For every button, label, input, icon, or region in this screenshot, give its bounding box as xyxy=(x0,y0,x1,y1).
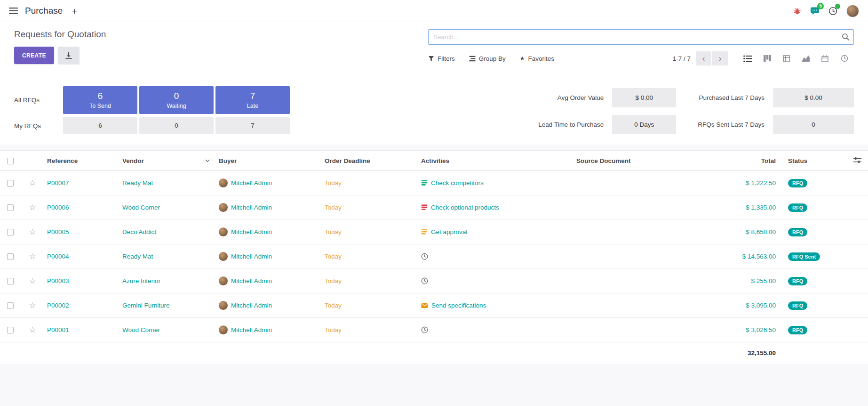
user-avatar[interactable] xyxy=(846,5,859,17)
kanban-view-button[interactable] xyxy=(757,51,777,65)
row-checkbox[interactable] xyxy=(7,327,14,333)
activity-label[interactable]: Get approval xyxy=(431,228,467,235)
add-favorite-icon[interactable]: + xyxy=(72,6,77,16)
total-amount: $ 1,335.00 xyxy=(746,204,776,211)
activities-clock-icon[interactable] xyxy=(828,7,837,16)
clock-icon[interactable] xyxy=(421,277,428,284)
messages-count-badge: 5 xyxy=(817,3,824,9)
buyer-link[interactable]: Mitchell Admin xyxy=(231,326,272,333)
buyer-link[interactable]: Mitchell Admin xyxy=(231,179,272,187)
optional-columns-button[interactable] xyxy=(853,158,861,165)
clock-icon[interactable] xyxy=(421,253,428,260)
favorite-star-icon[interactable]: ☆ xyxy=(29,325,36,334)
row-checkbox[interactable] xyxy=(7,229,14,235)
control-panel: Requests for Quotation CREATE Filters Gr… xyxy=(0,22,868,74)
vendor-link[interactable]: Gemini Furniture xyxy=(122,302,170,309)
stat-late[interactable]: 7 Late xyxy=(215,86,290,114)
tasks-icon[interactable] xyxy=(421,204,428,211)
debug-bug-icon[interactable] xyxy=(793,7,801,15)
vendor-link[interactable]: Wood Corner xyxy=(122,204,160,211)
row-checkbox[interactable] xyxy=(7,253,14,260)
vendor-link[interactable]: Wood Corner xyxy=(122,326,160,333)
activity-view-button[interactable] xyxy=(835,51,854,65)
vendor-link[interactable]: Ready Mat xyxy=(122,179,153,187)
source-document-cell xyxy=(573,244,686,269)
select-all-checkbox[interactable] xyxy=(7,158,14,164)
table-row[interactable]: ☆ P00005 Deco Addict Mitchell Admin Toda… xyxy=(0,220,868,244)
row-checkbox[interactable] xyxy=(7,278,14,284)
stat-to-send[interactable]: 6 To Send xyxy=(63,86,137,114)
row-checkbox[interactable] xyxy=(7,180,14,187)
stat-waiting[interactable]: 0 Waiting xyxy=(139,86,214,114)
activity-label[interactable]: Check competitors xyxy=(431,179,484,187)
group-by-button[interactable]: Group By xyxy=(469,55,506,62)
list-view-button[interactable] xyxy=(738,51,757,65)
header-buyer[interactable]: Buyer xyxy=(216,151,322,171)
favorite-star-icon[interactable]: ☆ xyxy=(29,301,36,310)
header-status[interactable]: Status xyxy=(785,151,846,171)
pager-previous-button[interactable]: ‹ xyxy=(696,51,711,65)
table-row[interactable]: ☆ P00004 Ready Mat Mitchell Admin Today … xyxy=(0,244,868,269)
create-button[interactable]: CREATE xyxy=(14,47,54,64)
header-reference[interactable]: Reference xyxy=(44,151,119,171)
search-icon[interactable] xyxy=(842,33,850,42)
stat-my-to-send[interactable]: 6 xyxy=(63,117,137,134)
favorite-star-icon[interactable]: ☆ xyxy=(29,179,36,187)
buyer-link[interactable]: Mitchell Admin xyxy=(231,277,272,284)
buyer-link[interactable]: Mitchell Admin xyxy=(231,204,272,211)
reference-link[interactable]: P00004 xyxy=(47,253,69,260)
total-amount: $ 3,095.00 xyxy=(746,302,776,309)
reference-link[interactable]: P00002 xyxy=(47,302,69,309)
calendar-view-button[interactable] xyxy=(815,51,835,65)
tasks-icon[interactable] xyxy=(421,179,428,186)
envelope-icon[interactable] xyxy=(421,302,428,309)
pivot-view-button[interactable] xyxy=(777,51,796,65)
favorite-star-icon[interactable]: ☆ xyxy=(29,276,36,285)
activity-label[interactable]: Send specifications xyxy=(431,302,486,309)
favorite-star-icon[interactable]: ☆ xyxy=(29,252,36,261)
hamburger-menu-icon[interactable] xyxy=(9,8,18,14)
table-row[interactable]: ☆ P00001 Wood Corner Mitchell Admin Toda… xyxy=(0,318,868,342)
reference-link[interactable]: P00001 xyxy=(47,326,69,333)
status-badge: RFQ xyxy=(788,301,807,310)
header-total[interactable]: Total xyxy=(686,151,785,171)
vendor-link[interactable]: Azure Interior xyxy=(122,277,160,284)
header-order-deadline[interactable]: Order Deadline xyxy=(322,151,418,171)
app-name[interactable]: Purchase xyxy=(25,6,63,16)
favorite-star-icon[interactable]: ☆ xyxy=(29,227,36,236)
buyer-link[interactable]: Mitchell Admin xyxy=(231,228,272,235)
filters-button[interactable]: Filters xyxy=(428,55,455,62)
buyer-link[interactable]: Mitchell Admin xyxy=(231,302,272,309)
reference-link[interactable]: P00003 xyxy=(47,277,69,284)
stat-my-waiting[interactable]: 0 xyxy=(139,117,214,134)
header-activities[interactable]: Activities xyxy=(418,151,573,171)
stat-my-late[interactable]: 7 xyxy=(215,117,290,134)
search-input[interactable] xyxy=(428,29,854,45)
sort-chevron-down-icon xyxy=(205,159,210,162)
table-row[interactable]: ☆ P00003 Azure Interior Mitchell Admin T… xyxy=(0,269,868,293)
vendor-link[interactable]: Ready Mat xyxy=(122,253,153,260)
table-row[interactable]: ☆ P00007 Ready Mat Mitchell Admin Today … xyxy=(0,171,868,195)
favorite-star-icon[interactable]: ☆ xyxy=(29,203,36,212)
vendor-link[interactable]: Deco Addict xyxy=(122,228,156,235)
reference-link[interactable]: P00007 xyxy=(47,179,69,187)
header-source-document[interactable]: Source Document xyxy=(573,151,686,171)
export-button[interactable] xyxy=(58,47,80,64)
pager-next-button[interactable]: › xyxy=(712,51,728,65)
download-icon xyxy=(65,52,72,59)
reference-link[interactable]: P00005 xyxy=(47,228,69,235)
row-checkbox[interactable] xyxy=(7,302,14,309)
reference-link[interactable]: P00006 xyxy=(47,204,69,211)
favorites-button[interactable]: ★ Favorites xyxy=(520,55,554,62)
table-row[interactable]: ☆ P00002 Gemini Furniture Mitchell Admin… xyxy=(0,293,868,318)
tasks-icon[interactable] xyxy=(421,228,428,235)
graph-view-button[interactable] xyxy=(796,51,815,65)
activity-label[interactable]: Check optional products xyxy=(431,204,499,211)
order-deadline: Today xyxy=(325,253,342,260)
header-vendor[interactable]: Vendor xyxy=(119,151,216,171)
clock-icon[interactable] xyxy=(421,326,428,333)
buyer-link[interactable]: Mitchell Admin xyxy=(231,253,272,260)
table-row[interactable]: ☆ P00006 Wood Corner Mitchell Admin Toda… xyxy=(0,195,868,220)
messages-icon[interactable]: 5 xyxy=(810,7,820,15)
row-checkbox[interactable] xyxy=(7,204,14,211)
